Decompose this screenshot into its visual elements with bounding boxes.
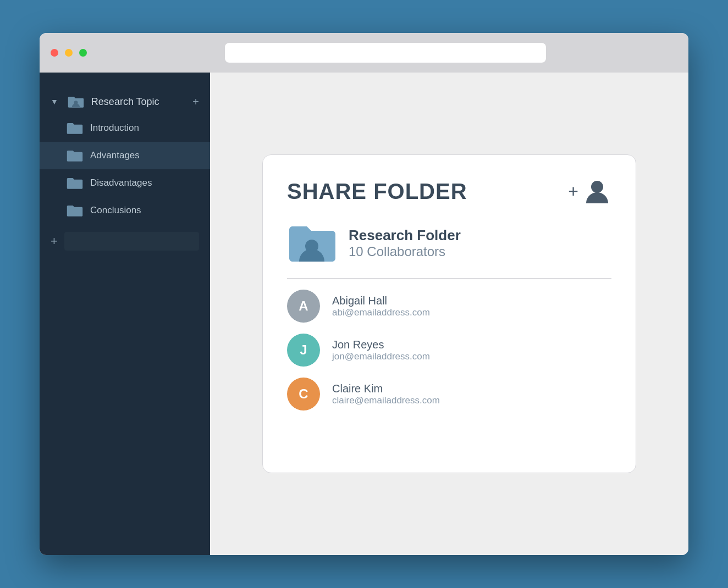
add-new-folder-button[interactable]: + <box>51 234 58 248</box>
collab-info-claire: Claire Kim claire@emailaddress.com <box>332 382 440 406</box>
collab-name-claire: Claire Kim <box>332 382 440 395</box>
sidebar-conclusions-label: Conclusions <box>90 205 141 216</box>
address-bar[interactable] <box>225 43 546 63</box>
plus-icon: + <box>568 181 578 202</box>
collaborator-item-jon: J Jon Reyes jon@emailaddress.com <box>287 334 611 367</box>
folder-name: Research Folder <box>349 227 461 244</box>
share-folder-title: SHARE FOLDER <box>287 179 467 204</box>
collapse-arrow-icon: ▼ <box>51 97 58 106</box>
sidebar-introduction-label: Introduction <box>90 123 139 134</box>
address-bar-wrap <box>93 43 677 63</box>
folder-icon-advantages <box>66 148 84 163</box>
collab-email-abigail: abi@emailaddress.com <box>332 307 430 318</box>
browser-window: ▼ Research Topic + <box>40 33 688 555</box>
add-folder-button[interactable]: + <box>192 96 199 108</box>
collab-info-abigail: Abigail Hall abi@emailaddress.com <box>332 295 430 318</box>
sidebar-children: Introduction Advantages <box>40 114 210 224</box>
folder-with-person-icon <box>67 95 85 109</box>
avatar-claire: C <box>287 378 320 411</box>
sidebar-disadvantages-label: Disadvantages <box>90 177 152 188</box>
share-folder-card: SHARE FOLDER + <box>262 154 636 473</box>
avatar-abigail: A <box>287 290 320 323</box>
close-button[interactable] <box>51 49 58 57</box>
avatar-jon: J <box>287 334 320 367</box>
browser-titlebar <box>40 33 688 73</box>
collab-info-jon: Jon Reyes jon@emailaddress.com <box>332 339 430 362</box>
collab-email-claire: claire@emailaddress.com <box>332 395 440 406</box>
person-silhouette-icon <box>583 177 611 206</box>
browser-content: ▼ Research Topic + <box>40 73 688 555</box>
folder-icon-disadvantages <box>66 176 84 190</box>
collaborator-count: 10 Collaborators <box>349 244 461 259</box>
sidebar-item-disadvantages[interactable]: Disadvantages <box>40 169 210 197</box>
minimize-button[interactable] <box>65 49 73 57</box>
collaborator-list: A Abigail Hall abi@emailaddress.com J Jo… <box>287 290 611 411</box>
new-folder-input[interactable] <box>64 232 199 251</box>
svg-point-1 <box>591 181 603 193</box>
divider <box>287 278 611 279</box>
add-folder-row: + <box>40 226 210 256</box>
folder-icon-conclusions <box>66 203 84 218</box>
add-person-button[interactable]: + <box>568 177 611 206</box>
folder-info: Research Folder 10 Collaborators <box>287 221 611 265</box>
folder-details: Research Folder 10 Collaborators <box>349 227 461 259</box>
sidebar-parent-label: Research Topic <box>91 96 159 108</box>
collaborator-item-abigail: A Abigail Hall abi@emailaddress.com <box>287 290 611 323</box>
shared-folder-icon <box>287 221 337 265</box>
sidebar-item-introduction[interactable]: Introduction <box>40 114 210 142</box>
collab-name-jon: Jon Reyes <box>332 339 430 351</box>
sidebar-item-research-topic[interactable]: ▼ Research Topic + <box>40 89 210 114</box>
maximize-button[interactable] <box>79 49 87 57</box>
sidebar: ▼ Research Topic + <box>40 73 210 555</box>
collab-email-jon: jon@emailaddress.com <box>332 351 430 362</box>
card-header: SHARE FOLDER + <box>287 177 611 206</box>
collaborator-item-claire: C Claire Kim claire@emailaddress.com <box>287 378 611 411</box>
sidebar-item-conclusions[interactable]: Conclusions <box>40 197 210 224</box>
collab-name-abigail: Abigail Hall <box>332 295 430 307</box>
sidebar-item-advantages[interactable]: Advantages <box>40 142 210 169</box>
sidebar-advantages-label: Advantages <box>90 150 140 161</box>
folder-icon-introduction <box>66 121 84 135</box>
main-content: SHARE FOLDER + <box>210 73 688 555</box>
